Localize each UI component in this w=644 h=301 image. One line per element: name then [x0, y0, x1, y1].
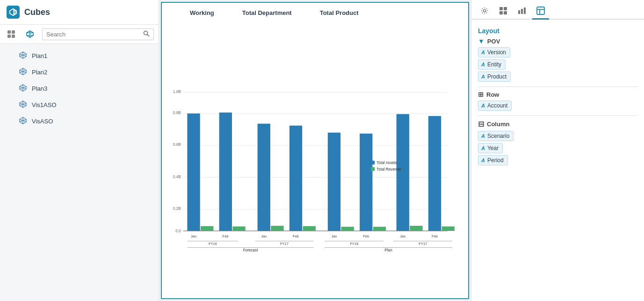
column-icon: ⊟	[478, 120, 484, 129]
svg-text:0.2B: 0.2B	[173, 207, 181, 211]
svg-rect-76	[521, 9, 523, 14]
chart-header-total-dept: Total Department	[242, 9, 292, 16]
svg-text:Jan: Jan	[191, 234, 196, 238]
period-type-icon: A	[481, 158, 485, 163]
app-logo	[7, 6, 20, 19]
bar-plan-fy17-jan-assets	[397, 114, 409, 231]
pov-product-tag: A Product	[478, 72, 511, 82]
pov-section: ▼ POV A Version A Entity A Product	[478, 37, 637, 82]
cube-item-icon	[19, 51, 27, 61]
svg-rect-4	[7, 30, 11, 34]
tab-layout[interactable]	[532, 3, 549, 20]
svg-rect-7	[12, 35, 15, 38]
product-type-icon: A	[481, 74, 485, 79]
svg-text:0.8B: 0.8B	[173, 111, 181, 115]
tab-grid[interactable]	[495, 3, 512, 20]
svg-text:Jan: Jan	[400, 234, 405, 238]
bar-plan-fy16-jan-assets	[328, 133, 340, 231]
chart-header-total-product: Total Product	[320, 9, 359, 16]
cube-item-icon	[19, 67, 27, 77]
row-icon: ⊞	[478, 91, 484, 98]
search-icon[interactable]	[143, 30, 150, 38]
svg-point-70	[483, 9, 485, 12]
app-title: Cubes	[24, 7, 50, 17]
column-label: Column	[487, 121, 509, 128]
svg-text:Feb: Feb	[432, 234, 438, 238]
svg-text:0.6B: 0.6B	[173, 143, 181, 147]
row-header: ⊞ Row	[478, 91, 637, 98]
svg-rect-71	[499, 7, 503, 10]
search-input[interactable]	[46, 31, 141, 38]
svg-rect-75	[518, 10, 520, 14]
bar-forecast-fy17-jan-assets	[258, 124, 270, 231]
cube-item-icon	[19, 84, 27, 93]
svg-text:FY17: FY17	[280, 242, 289, 246]
cube-item-label: Plan3	[32, 85, 47, 92]
svg-rect-5	[12, 30, 15, 34]
column-year-label: Year	[487, 145, 499, 151]
column-period-tag: A Period	[478, 155, 508, 165]
svg-rect-77	[524, 7, 526, 14]
bar-forecast-fy16-feb-assets	[219, 113, 232, 231]
version-type-icon: A	[481, 50, 485, 55]
svg-rect-68	[371, 167, 375, 171]
column-year-tag: A Year	[478, 143, 503, 153]
chart-header-working: Working	[190, 9, 214, 16]
svg-rect-73	[499, 11, 503, 14]
cube-item-label: Plan1	[32, 52, 47, 59]
svg-rect-74	[504, 11, 507, 14]
sidebar: Cubes	[0, 0, 159, 301]
column-section: ⊟ Column A Scenario A Year A Period	[478, 120, 637, 165]
right-panel: Layout ▼ POV A Version A Entity A Produc…	[471, 0, 644, 301]
bar-forecast-fy17-feb-revenue	[303, 226, 316, 231]
sidebar-item-plan3[interactable]: Plan3	[0, 80, 159, 97]
tab-chart[interactable]	[514, 3, 530, 20]
row-account-label: Account	[487, 102, 507, 109]
svg-text:Total Revenue: Total Revenue	[376, 167, 401, 172]
filter-icon: ▼	[478, 37, 485, 45]
svg-text:FY16: FY16	[350, 242, 359, 246]
sidebar-item-plan1[interactable]: Plan1	[0, 48, 159, 64]
tab-settings[interactable]	[476, 3, 493, 20]
sidebar-item-vis1aso[interactable]: Vis1ASO	[0, 97, 159, 113]
column-header: ⊟ Column	[478, 120, 637, 129]
sidebar-header: Cubes	[0, 0, 159, 25]
sidebar-item-plan2[interactable]: Plan2	[0, 64, 159, 80]
svg-text:0.0: 0.0	[175, 229, 181, 233]
svg-line-13	[147, 34, 150, 36]
svg-text:Jan: Jan	[261, 234, 267, 238]
grid-nav-icon[interactable]	[5, 28, 18, 41]
chart-area: Working Total Department Total Product 1…	[162, 3, 468, 298]
search-box[interactable]	[42, 29, 154, 40]
bar-plan-fy16-jan-revenue	[341, 227, 354, 231]
row-section: ⊞ Row A Account	[478, 91, 637, 111]
svg-text:Feb: Feb	[363, 234, 369, 238]
bar-plan-fy17-jan-revenue	[410, 226, 422, 231]
right-panel-tabs	[471, 0, 644, 20]
svg-text:1.0B: 1.0B	[173, 90, 181, 94]
svg-text:FY17: FY17	[419, 242, 427, 246]
bar-forecast-fy16-feb-revenue	[232, 226, 245, 231]
scenario-type-icon: A	[481, 133, 485, 139]
right-panel-body: Layout ▼ POV A Version A Entity A Produc…	[471, 20, 644, 301]
bar-plan-fy17-feb-assets	[428, 116, 441, 231]
bar-forecast-fy17-jan-revenue	[271, 226, 283, 231]
column-period-label: Period	[487, 157, 504, 164]
bar-forecast-fy17-feb-assets	[289, 126, 302, 231]
sidebar-item-visaso[interactable]: VisASO	[0, 113, 159, 129]
main-content: Working Total Department Total Product 1…	[161, 2, 469, 299]
layout-section-title: Layout	[478, 27, 637, 35]
svg-text:Plan: Plan	[384, 248, 392, 252]
svg-rect-6	[7, 35, 11, 38]
svg-text:FY16: FY16	[209, 242, 217, 246]
cube-item-label: Vis1ASO	[32, 101, 57, 108]
row-label: Row	[486, 91, 499, 98]
cube-nav-icon[interactable]	[23, 28, 36, 41]
entity-type-icon: A	[481, 62, 485, 67]
cube-item-icon	[19, 116, 27, 126]
bar-forecast-fy16-jan-assets	[187, 114, 200, 231]
svg-rect-72	[504, 7, 507, 10]
pov-version-tag: A Version	[478, 47, 510, 57]
pov-entity-tag: A Entity	[478, 59, 506, 70]
pov-version-label: Version	[487, 49, 506, 56]
